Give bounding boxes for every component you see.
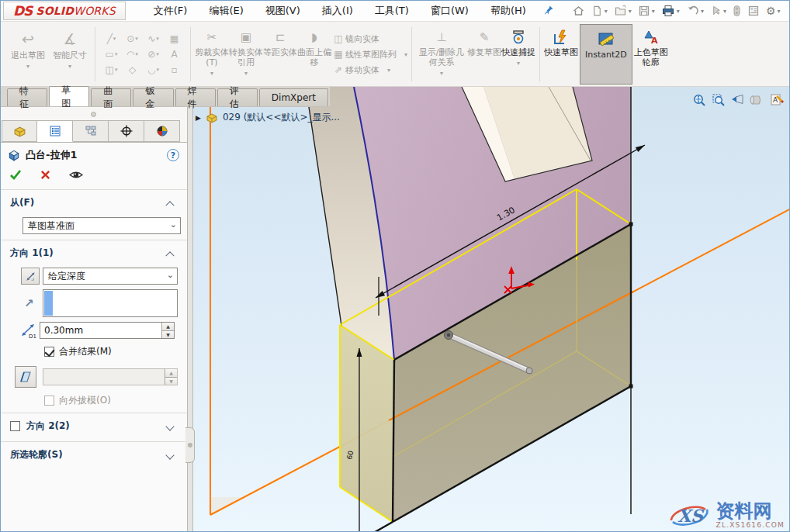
zoom-to-area-icon[interactable] xyxy=(711,92,726,108)
tab-dimxpert[interactable]: DimXpert xyxy=(259,88,328,106)
print-icon[interactable]: ▾ xyxy=(659,4,682,18)
chevron-down-icon[interactable]: ▾ xyxy=(244,70,248,77)
file-properties-icon[interactable] xyxy=(745,4,762,18)
trim-entities-button[interactable]: ✂ 剪裁实体(T) ▾ xyxy=(195,24,229,85)
spline-tool-icon[interactable]: ∿▾ xyxy=(143,31,164,47)
view-settings-icon[interactable]: A xyxy=(769,92,785,108)
smart-dimension-button[interactable]: ∡ 智能尺寸 ▾ xyxy=(49,24,91,85)
save-icon[interactable]: ▾ xyxy=(636,4,657,18)
depth-spinner[interactable]: ▲▼ xyxy=(161,323,174,338)
draft-outward-checkbox[interactable] xyxy=(44,396,54,406)
arc-tool-icon[interactable]: ◠▾ xyxy=(122,47,143,62)
tab-evaluate[interactable]: 评估 xyxy=(217,88,258,106)
chevron-down-icon[interactable]: ▾ xyxy=(440,70,443,77)
tab-sheet-metal[interactable]: 钣金 xyxy=(133,88,173,106)
point-tool-icon[interactable]: ▫ xyxy=(164,62,185,78)
text-tool-icon[interactable]: A xyxy=(164,47,185,62)
expand-icon[interactable] xyxy=(165,451,174,459)
menu-file[interactable]: 文件(F) xyxy=(143,1,199,21)
line-tool-icon[interactable]: ╱▾ xyxy=(101,31,122,47)
offset-entities-button[interactable]: ⊏ 等距实体 xyxy=(263,24,297,85)
menu-help[interactable]: 帮助(H) xyxy=(480,1,537,21)
expand-icon[interactable] xyxy=(165,422,174,430)
offset-on-surface-button[interactable]: ◗ 曲面上偏移 xyxy=(297,24,331,85)
tab-surfaces[interactable]: 曲面 xyxy=(91,88,131,106)
tab-dimxpertmanager[interactable] xyxy=(109,120,144,142)
panel-grab-handle[interactable] xyxy=(91,112,96,117)
rebuild-icon[interactable] xyxy=(730,4,743,18)
graphics-area[interactable]: 1.30 60 xyxy=(193,87,790,532)
cancel-button[interactable] xyxy=(40,169,51,184)
tab-features[interactable]: 特征 xyxy=(7,88,47,106)
previous-view-icon[interactable] xyxy=(730,92,746,108)
draft-angle-field[interactable]: ▲▼ xyxy=(43,368,178,385)
menu-edit[interactable]: 编辑(E) xyxy=(198,1,254,21)
plane-tool-icon[interactable]: ▦ xyxy=(164,31,185,47)
chevron-down-icon[interactable]: ▾ xyxy=(26,63,29,70)
depth-input[interactable] xyxy=(40,323,161,338)
exit-sketch-button[interactable]: ↩ 退出草图 ▾ xyxy=(7,24,49,85)
tree-item-label[interactable]: 029 (默认<<默认>_显示... xyxy=(223,111,340,124)
rapid-sketch-button[interactable]: 快速草图 xyxy=(544,24,578,85)
direction-reference-box[interactable] xyxy=(43,289,178,317)
panel-splitter-handle[interactable] xyxy=(185,427,195,463)
repair-sketch-button[interactable]: ✎ 修复草图 xyxy=(467,24,501,85)
ellipse-tool-icon[interactable]: ⊘▾ xyxy=(143,47,164,62)
section-selected-contours[interactable]: 所选轮廓(S) xyxy=(1,442,187,465)
merge-result-checkbox[interactable] xyxy=(44,347,54,357)
tab-sketch[interactable]: 草图 xyxy=(49,86,89,106)
undo-icon[interactable]: ▾ xyxy=(684,4,706,18)
rectangle-tool-icon[interactable]: ▭▾ xyxy=(101,47,122,62)
instant2d-button[interactable]: Instant2D xyxy=(580,24,632,85)
tab-featuremanager[interactable] xyxy=(2,120,37,142)
polygon-tool-icon[interactable]: ◇ xyxy=(122,62,143,78)
options-gear-icon[interactable]: ⚙▾ xyxy=(764,4,783,18)
chevron-down-icon[interactable]: ▾ xyxy=(404,51,407,58)
section-direction1[interactable]: 方向 1(1) xyxy=(1,240,187,263)
menu-window[interactable]: 窗口(W) xyxy=(420,1,480,21)
start-condition-dropdown[interactable]: 草图基准面 ⌄ xyxy=(23,217,181,234)
new-document-icon[interactable]: ▾ xyxy=(589,4,610,18)
display-delete-relations-button[interactable]: ⊥ 显示/删除几何关系 ▾ xyxy=(416,24,467,85)
chevron-down-icon[interactable]: ▾ xyxy=(517,60,520,67)
menu-insert[interactable]: 插入(I) xyxy=(311,1,364,21)
preview-eye-button[interactable] xyxy=(68,169,84,184)
chevron-down-icon[interactable]: ▾ xyxy=(387,67,390,74)
draft-button[interactable] xyxy=(15,366,36,388)
tab-displaymanager[interactable] xyxy=(144,120,180,142)
panel-splitter[interactable] xyxy=(187,107,193,532)
zoom-to-fit-icon[interactable] xyxy=(691,92,707,108)
tree-expand-icon[interactable]: ▶ xyxy=(196,114,201,122)
linear-sketch-pattern-button[interactable]: ▦线性草图阵列▾ xyxy=(331,47,407,61)
section-from[interactable]: 从(F) xyxy=(1,190,187,212)
collapse-icon[interactable] xyxy=(165,201,174,209)
end-condition-dropdown[interactable]: 给定深度 ⌄ xyxy=(43,268,178,285)
mirror-entities-button[interactable]: ◫镜向实体 xyxy=(331,32,407,46)
select-arrow-icon[interactable]: ▾ xyxy=(708,4,729,18)
shaded-sketch-contours-button[interactable]: A 上色草图轮廓 xyxy=(634,24,668,85)
depth-field[interactable]: ▲▼ xyxy=(40,322,175,339)
tab-propertymanager[interactable] xyxy=(37,120,73,142)
convert-entities-button[interactable]: ▣ 转换实体引用 ▾ xyxy=(229,24,263,85)
section-view-icon[interactable] xyxy=(750,92,765,108)
flyout-feature-tree[interactable]: ▶ 029 (默认<<默认>_显示... xyxy=(196,111,340,124)
help-icon[interactable]: ? xyxy=(167,149,179,161)
draft-angle-spinner[interactable]: ▲▼ xyxy=(165,369,177,385)
menu-tools[interactable]: 工具(T) xyxy=(364,1,420,21)
fillet-tool-icon[interactable]: ◡▾ xyxy=(143,62,164,78)
pin-menu-icon[interactable] xyxy=(543,4,554,19)
tab-configurationmanager[interactable] xyxy=(73,120,109,142)
ok-button[interactable] xyxy=(9,168,23,184)
chevron-down-icon[interactable]: ▾ xyxy=(68,63,71,70)
reverse-direction-button[interactable] xyxy=(21,268,40,285)
collapse-icon[interactable] xyxy=(165,251,174,260)
menu-view[interactable]: 视图(V) xyxy=(255,1,311,21)
chevron-down-icon[interactable]: ▾ xyxy=(210,70,213,77)
circle-tool-icon[interactable]: ⊙▾ xyxy=(122,31,143,47)
move-entities-button[interactable]: ⇗移动实体▾ xyxy=(331,63,407,77)
direction2-checkbox[interactable] xyxy=(10,421,20,431)
section-direction2[interactable]: 方向 2(2) xyxy=(1,413,187,436)
open-icon[interactable]: ▾ xyxy=(612,4,634,18)
tab-weldments[interactable]: 焊件 xyxy=(175,88,216,106)
quick-snaps-button[interactable]: 快速捕捉 ▾ xyxy=(501,24,535,85)
